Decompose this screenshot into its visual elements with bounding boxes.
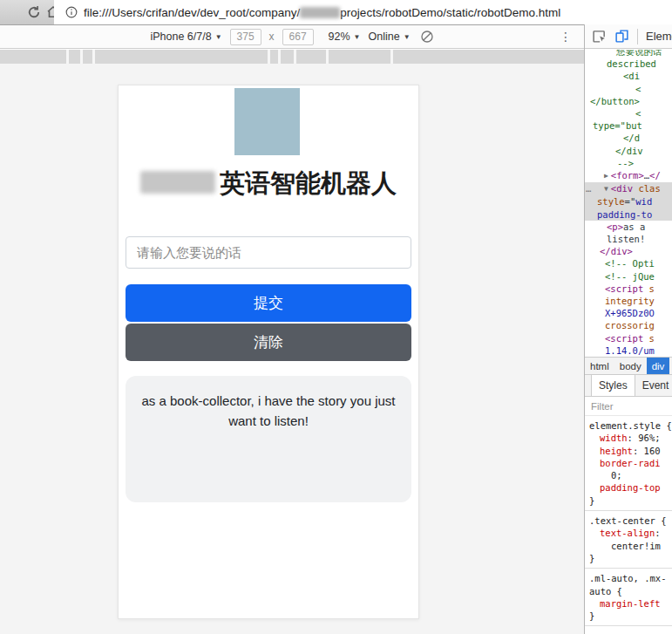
code-line[interactable]: type="but	[585, 119, 672, 132]
submit-button[interactable]: 提交	[126, 284, 411, 322]
chrome-window: file:///Users/crifan/dev/dev_root/compan…	[0, 0, 672, 634]
media-query-divider	[268, 50, 270, 64]
styles-filter-input[interactable]: Filter	[585, 397, 672, 416]
media-query-divider	[80, 50, 83, 64]
code-line[interactable]: </d	[585, 132, 672, 144]
media-query-divider	[66, 50, 69, 64]
style-line[interactable]: margin-left	[585, 597, 672, 610]
sidebar-tabbar: StylesEvent Listeners	[585, 374, 672, 397]
tab-styles[interactable]: Styles	[591, 375, 635, 396]
style-line[interactable]: }	[585, 610, 672, 622]
media-query-divider	[294, 50, 296, 64]
chevron-down-icon: ▼	[354, 33, 361, 41]
code-line[interactable]: <p>as a	[585, 221, 672, 233]
elements-code: 您要说的话described<di<</button><type="but</d…	[585, 50, 672, 357]
zoom-select[interactable]: 92%▼	[329, 31, 361, 43]
style-line[interactable]: element.style {	[585, 419, 672, 432]
devtools-toolbar: Elements	[585, 24, 672, 49]
breadcrumb-item-html[interactable]: html	[585, 358, 614, 374]
code-line[interactable]: -->	[585, 157, 672, 169]
media-query-divider	[278, 50, 281, 64]
code-line[interactable]: listen!	[585, 233, 672, 245]
code-line[interactable]: <	[585, 83, 672, 95]
tab-event-listeners[interactable]: Event Listeners	[635, 375, 672, 396]
breadcrumb: htmlbodydiv	[585, 357, 672, 374]
emulated-page: 英语智能机器人 提交 清除 as a book-collector, i hav…	[118, 85, 419, 619]
code-line[interactable]: <script s	[585, 332, 672, 344]
code-line[interactable]: X+965Dz0O	[585, 307, 672, 319]
style-line[interactable]: width: 96%;	[585, 432, 672, 444]
code-line[interactable]: <	[585, 107, 672, 119]
style-rule[interactable]: .ml-auto, .mx-auto {margin-left}	[585, 569, 672, 626]
code-line[interactable]: 1.14.0/um	[585, 344, 672, 357]
filter-placeholder: Filter	[591, 401, 614, 412]
rotate-viewport-icon[interactable]	[420, 30, 434, 44]
info-icon[interactable]	[65, 6, 78, 18]
dimension-separator: x	[269, 31, 275, 43]
style-rule[interactable]: element.style {width: 96%;height: 160bor…	[585, 416, 672, 511]
code-line[interactable]: </div	[585, 145, 672, 157]
chevron-down-icon: ▼	[215, 33, 222, 41]
code-line[interactable]: </div>	[585, 245, 672, 257]
code-line[interactable]: integrity	[585, 295, 672, 307]
breadcrumb-item-div[interactable]: div	[647, 358, 670, 374]
style-line[interactable]: center!im	[585, 540, 672, 552]
style-line[interactable]: .ml-auto, .mx-	[585, 572, 672, 584]
url-text: file:///Users/crifan/dev/dev_root/compan…	[84, 6, 560, 19]
logo-image	[234, 88, 300, 155]
url-redacted-segment	[300, 7, 340, 18]
reload-icon[interactable]	[26, 4, 42, 20]
style-rule[interactable]: .text-center {text-align:center!im}	[585, 511, 672, 569]
address-bar[interactable]: file:///Users/crifan/dev/dev_root/compan…	[54, 0, 672, 24]
style-line[interactable]: height: 160	[585, 445, 672, 457]
code-line[interactable]: <!-- Opti	[585, 257, 672, 269]
breadcrumb-item-body[interactable]: body	[614, 358, 647, 374]
device-toolbar-toggle-icon[interactable]	[614, 29, 629, 44]
result-box: as a book-collector, i have the story yo…	[126, 376, 411, 502]
tab-elements[interactable]: Elements	[646, 30, 672, 43]
code-line[interactable]: ▶<form>…</	[585, 169, 672, 182]
code-line[interactable]: style="wid	[585, 195, 672, 208]
viewport-height-input[interactable]: 667	[282, 29, 314, 45]
toolbar-divider	[637, 29, 638, 44]
media-query-divider	[92, 50, 95, 64]
style-line[interactable]: text-align:	[585, 527, 672, 539]
code-line[interactable]: </button>	[585, 95, 672, 107]
style-line[interactable]: padding-top	[585, 481, 672, 494]
viewport-width-input[interactable]: 375	[230, 29, 261, 45]
inspect-element-icon[interactable]	[592, 29, 607, 44]
title-redacted-segment	[140, 171, 215, 194]
code-line[interactable]: padding-to	[585, 208, 672, 221]
device-viewport-area: 英语智能机器人 提交 清除 as a book-collector, i hav…	[0, 64, 584, 634]
style-line[interactable]: .text-center {	[585, 515, 672, 527]
overflow-gutter-marker: …	[586, 182, 591, 194]
media-query-divider	[390, 50, 393, 64]
device-select[interactable]: iPhone 6/7/8▼	[150, 31, 221, 43]
style-line[interactable]: }	[585, 552, 672, 564]
more-options-icon[interactable]: ⋮	[560, 30, 572, 44]
device-emulation-toolbar: iPhone 6/7/8▼ 375 x 667 92%▼ Online▼ ⋮	[0, 25, 584, 49]
style-line[interactable]: auto {	[585, 585, 672, 597]
code-line[interactable]: described	[585, 58, 672, 70]
devtools-panel: Elements 您要说的话described<di<</button><typ…	[584, 24, 672, 634]
clear-button[interactable]: 清除	[126, 324, 411, 361]
page-title: 英语智能机器人	[119, 167, 418, 201]
code-line[interactable]: <script s	[585, 283, 672, 295]
collapse-arrow-icon[interactable]: ▼	[604, 185, 608, 193]
code-line[interactable]: <di	[585, 70, 672, 82]
code-line[interactable]: crossorig	[585, 319, 672, 331]
elements-code-lines: 您要说的话described<di<</button><type="but</d…	[585, 50, 672, 357]
code-line[interactable]: …▼<div clas	[585, 182, 672, 195]
style-line[interactable]: 0;	[585, 469, 672, 481]
speech-input[interactable]	[126, 236, 411, 269]
network-throttle-select[interactable]: Online▼	[369, 31, 411, 43]
style-line[interactable]: border-radi	[585, 457, 672, 469]
media-query-divider	[326, 50, 329, 64]
styles-pane: element.style {width: 96%;height: 160bor…	[585, 416, 672, 634]
code-line[interactable]: <!-- jQue	[585, 270, 672, 283]
code-line[interactable]: 您要说的话	[585, 50, 672, 58]
browser-toolbar: file:///Users/crifan/dev/dev_root/compan…	[0, 0, 672, 25]
media-query-bar[interactable]	[0, 50, 584, 64]
expand-arrow-icon[interactable]: ▶	[604, 172, 608, 180]
style-line[interactable]: }	[585, 494, 672, 507]
